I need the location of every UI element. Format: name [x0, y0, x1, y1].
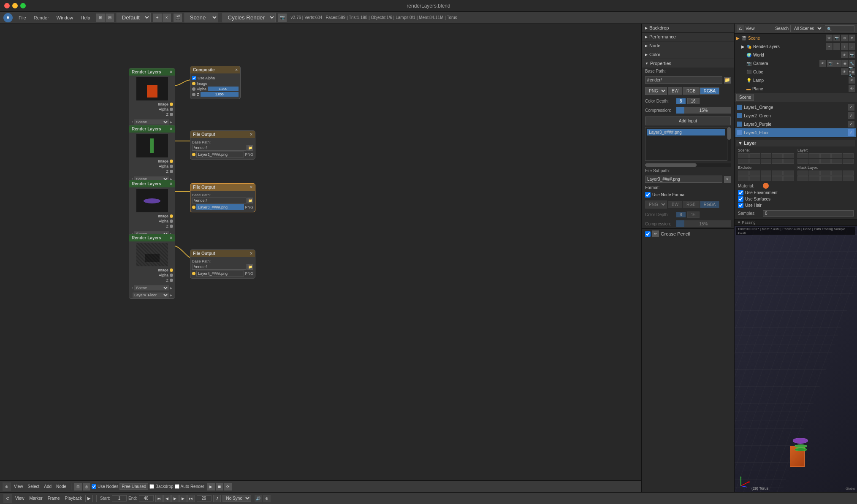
backdrop-toggle[interactable]: Backdrop [149, 484, 173, 489]
play-toggle[interactable]: ▶ [85, 495, 93, 502]
step-fwd-btn[interactable]: ▶ [179, 495, 187, 502]
node-icon-2[interactable]: ◎ [83, 483, 90, 490]
format-select[interactable]: PNG [645, 87, 667, 95]
ex-cell-3[interactable] [761, 171, 772, 176]
menu-window[interactable]: Window [53, 14, 76, 22]
end-frame-input[interactable]: 48 [139, 495, 154, 501]
mk-cell-8[interactable] [820, 176, 831, 181]
workspace-selector[interactable]: Default [117, 13, 151, 22]
sc-cell-10[interactable] [783, 159, 794, 164]
outliner-item-renderlayers[interactable]: ▶ 🎭 RenderLayers + - ↑ ↓ [740, 42, 857, 51]
add-menu[interactable]: Add [42, 483, 53, 490]
rl-move-up[interactable]: ↑ [841, 43, 848, 50]
node-close-rl4[interactable]: × [170, 236, 172, 240]
node-rgba-btn[interactable]: RGBA [700, 201, 719, 208]
render-eye-icon[interactable]: 📷 [833, 35, 840, 41]
folder-icon-fo2[interactable]: 📁 [247, 198, 253, 203]
section-header-performance[interactable]: ▶ Performance [642, 33, 734, 41]
marker-btn[interactable]: Marker [28, 495, 44, 501]
ex-cell-9[interactable] [772, 176, 783, 181]
camera-icon-3[interactable]: ✦ [834, 60, 841, 67]
minimize-button[interactable] [12, 3, 18, 8]
ll-cell-9[interactable] [831, 159, 842, 164]
section-header-node[interactable]: ▶ Node [642, 41, 734, 50]
outliner-item-world[interactable]: 🌍 World 👁 📷 [745, 51, 857, 59]
ex-cell-5[interactable] [783, 171, 794, 176]
layer-1-visible[interactable]: ✓ [848, 104, 854, 111]
engine-selector[interactable]: Cycles Render [222, 13, 276, 22]
layer-4-visible[interactable]: ✓ [848, 129, 854, 136]
outliner-item-lamp[interactable]: 💡 Lamp 👁 [745, 76, 857, 84]
depth-16-btn[interactable]: 16 [687, 98, 700, 104]
mk-cell-9[interactable] [831, 176, 842, 181]
node-close-fo2[interactable]: × [250, 185, 252, 190]
view-menu[interactable]: View [12, 483, 25, 490]
section-header-properties[interactable]: ▼ Properties [642, 59, 734, 68]
menu-render[interactable]: Render [30, 14, 52, 22]
eye-icon[interactable]: 👁 [826, 35, 833, 41]
mk-cell-2[interactable] [809, 171, 820, 176]
layer-checkbox-2[interactable] [737, 113, 742, 118]
free-unused-btn[interactable]: Free Unused [119, 483, 148, 490]
node-render-layers-1[interactable]: Render Layers × Image Alpha [129, 68, 175, 133]
layer-item-4[interactable]: Layer4_Floor ✓ [735, 128, 856, 137]
node-layer-select-4[interactable]: Layer4_Floor [133, 293, 169, 298]
use-hair-checkbox[interactable] [738, 203, 743, 208]
sync-select[interactable]: No Sync [222, 495, 251, 502]
compression-bar[interactable]: 15% [676, 107, 731, 114]
workspace-remove[interactable]: × [163, 14, 171, 22]
outliner-item-plane[interactable]: ▬ Plane 👁 [745, 84, 857, 93]
layout-icon[interactable]: ⊞ [96, 14, 105, 22]
ll-cell-7[interactable] [809, 159, 820, 164]
h-scrollbar[interactable] [645, 163, 731, 167]
mk-cell-10[interactable] [843, 176, 854, 181]
mk-cell-5[interactable] [843, 171, 854, 176]
render-icon-1[interactable]: ▶ [207, 483, 215, 490]
ex-cell-2[interactable] [749, 171, 760, 176]
jump-start-btn[interactable]: ⏮ [155, 495, 163, 502]
settings-icon[interactable]: ⚙ [841, 35, 848, 41]
grease-pencil-checkbox[interactable] [645, 231, 651, 237]
layer-item-2[interactable]: Layer2_Green ✓ [735, 111, 856, 120]
layer-checkbox-4[interactable] [737, 130, 742, 135]
node-menu[interactable]: Node [54, 483, 68, 490]
layer-checkbox-3[interactable] [737, 122, 742, 127]
layer-item-3[interactable]: Layer3_Purple ✓ [735, 120, 856, 128]
sc-cell-9[interactable] [772, 159, 783, 164]
node-file-output-2[interactable]: File Output × Base Path: /render/ 📁 Laye… [190, 183, 255, 212]
node-file-output-3[interactable]: File Output × Base Path: /render/ 📁 Laye… [190, 249, 255, 279]
use-surfaces-checkbox[interactable] [738, 196, 743, 202]
sc-cell-7[interactable] [749, 159, 760, 164]
close-button[interactable] [4, 3, 10, 8]
material-color-icon[interactable] [763, 183, 769, 189]
view-btn[interactable]: View [14, 495, 26, 501]
ll-cell-10[interactable] [843, 159, 854, 164]
ex-cell-8[interactable] [761, 176, 772, 181]
layout-toggle[interactable]: ⊟ [106, 14, 114, 22]
folder-icon-fo1[interactable]: 📁 [247, 145, 253, 151]
node-compression-bar[interactable]: 15% [676, 220, 731, 227]
camera-icon-2[interactable]: 📷 [827, 60, 834, 67]
subpath-input[interactable] [645, 176, 722, 183]
maximize-button[interactable] [20, 3, 26, 8]
use-alpha-checkbox[interactable] [192, 76, 196, 80]
node-scene-select-1[interactable]: Scene [134, 119, 169, 125]
ll-cell-2[interactable] [809, 153, 820, 158]
mk-cell-6[interactable] [797, 176, 808, 181]
node-close-fo1[interactable]: × [250, 132, 252, 137]
outliner-item-camera[interactable]: 📷 Camera 👁 📷 ✦ ◉ 🔧 [745, 59, 857, 68]
add-input-button[interactable]: Add Input [645, 117, 731, 125]
window-controls[interactable] [4, 3, 26, 8]
bw-btn[interactable]: BW [668, 87, 682, 95]
play-btn[interactable]: ▶ [171, 495, 179, 502]
outliner-search[interactable]: 🔍 [825, 25, 854, 32]
sc-cell-1[interactable] [738, 153, 749, 158]
node-close-composite[interactable]: × [235, 68, 238, 72]
node-bw-btn[interactable]: BW [668, 201, 682, 208]
node-close-fo3[interactable]: × [250, 251, 252, 256]
render-icon-3[interactable]: ⟳ [224, 483, 232, 490]
section-header-backdrop[interactable]: ▶ Backdrop [642, 24, 734, 32]
node-file-output-1[interactable]: File Output × Base Path: /render/ 📁 Laye… [190, 130, 255, 160]
node-scene-select-4[interactable]: Scene [134, 285, 169, 290]
ex-cell-7[interactable] [749, 176, 760, 181]
